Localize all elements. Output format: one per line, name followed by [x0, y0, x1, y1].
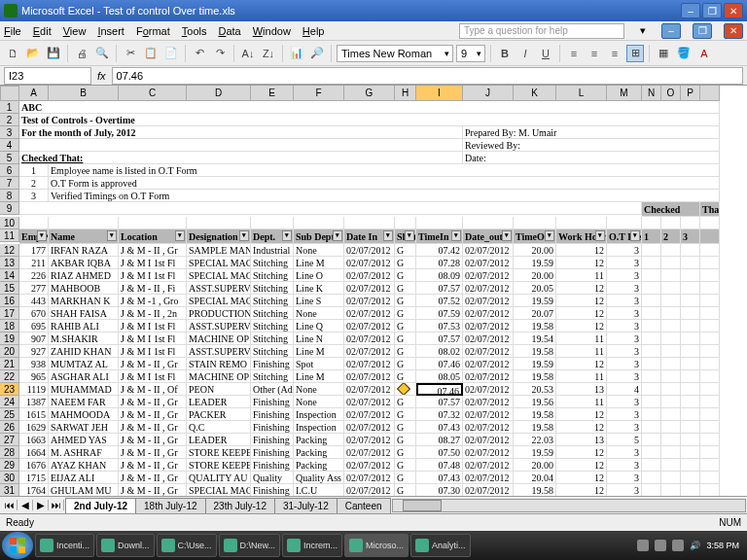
data-cell[interactable]: 02/07/2012	[463, 307, 514, 320]
cell[interactable]	[700, 421, 720, 434]
row-header[interactable]: 14	[0, 269, 19, 282]
data-cell[interactable]: J & M - II , Of	[119, 383, 187, 396]
data-cell[interactable]: 02/07/2012	[463, 358, 514, 370]
column-header-cell[interactable]: Sub Dept▾	[294, 229, 344, 244]
minimize-button[interactable]: –	[681, 3, 700, 18]
redo-button[interactable]: ↷	[211, 45, 229, 62]
data-cell[interactable]: 3	[607, 446, 642, 459]
row-header[interactable]: 28	[0, 446, 19, 459]
cell[interactable]	[681, 408, 700, 421]
cell[interactable]	[661, 434, 681, 446]
col-header[interactable]: C	[119, 86, 187, 101]
data-cell[interactable]: J & M - II , Gr	[119, 421, 187, 434]
cell[interactable]	[661, 421, 681, 434]
cell[interactable]	[661, 295, 681, 307]
data-cell[interactable]: J & M I 1st Fl	[119, 345, 187, 358]
row-header[interactable]: 12	[0, 244, 19, 257]
data-cell[interactable]: 20.00	[514, 459, 556, 472]
cell[interactable]	[681, 269, 700, 282]
column-header-cell[interactable]: 2	[661, 229, 681, 244]
open-button[interactable]: 📂	[24, 45, 42, 62]
data-cell[interactable]: MACHINE OP	[187, 370, 251, 383]
cell[interactable]	[681, 472, 700, 484]
cell[interactable]	[700, 358, 720, 370]
data-cell[interactable]: 07.32	[416, 408, 463, 421]
cell[interactable]	[700, 307, 720, 320]
column-header-cell[interactable]: Name▾	[49, 229, 119, 244]
data-cell[interactable]: 12	[556, 472, 607, 484]
close-button[interactable]: ✕	[724, 3, 743, 18]
row-header[interactable]: 18	[0, 320, 19, 332]
data-cell[interactable]: 443	[19, 295, 49, 307]
data-cell[interactable]: 19.56	[514, 396, 556, 408]
data-cell[interactable]: 08.27	[416, 434, 463, 446]
preview-button[interactable]: 🔍	[93, 45, 111, 62]
data-cell[interactable]: 3	[607, 472, 642, 484]
data-cell[interactable]: 02/07/2012	[344, 358, 395, 370]
smart-tag-icon[interactable]	[397, 383, 410, 396]
data-cell[interactable]: 11	[556, 396, 607, 408]
tab-nav-first[interactable]: ⏮	[2, 500, 18, 510]
row-header[interactable]: 15	[0, 282, 19, 295]
data-cell[interactable]: 12	[556, 421, 607, 434]
data-cell[interactable]: 1387	[19, 396, 49, 408]
data-cell[interactable]: 02/07/2012	[344, 345, 395, 358]
data-cell[interactable]: 07.59	[416, 307, 463, 320]
data-cell[interactable]: 12	[556, 484, 607, 496]
cell[interactable]	[700, 370, 720, 383]
data-cell[interactable]: MAHBOOB	[49, 282, 119, 295]
cell[interactable]	[681, 307, 700, 320]
data-cell[interactable]: 02/07/2012	[463, 345, 514, 358]
cell[interactable]	[642, 459, 661, 472]
cell[interactable]	[642, 434, 661, 446]
data-cell[interactable]: 02/07/2012	[463, 370, 514, 383]
cell[interactable]	[681, 370, 700, 383]
cell[interactable]	[681, 434, 700, 446]
data-cell[interactable]: 3	[607, 396, 642, 408]
tab-nav-prev[interactable]: ◀	[18, 500, 33, 510]
cell[interactable]	[661, 484, 681, 496]
data-cell[interactable]: Line M	[294, 345, 344, 358]
taskbar-item[interactable]: Incenti...	[35, 534, 94, 557]
data-cell[interactable]: 02/07/2012	[344, 472, 395, 484]
cell[interactable]: Checked That:	[19, 152, 463, 164]
data-cell[interactable]: 177	[19, 244, 49, 257]
fill-color-button[interactable]: 🪣	[675, 45, 693, 62]
cell[interactable]	[119, 217, 187, 229]
cell[interactable]	[642, 421, 661, 434]
cell[interactable]	[642, 446, 661, 459]
data-cell[interactable]: 11	[556, 345, 607, 358]
data-cell[interactable]: Line K	[294, 282, 344, 295]
cell[interactable]	[661, 383, 681, 396]
menu-dropdown-icon[interactable]: ▾	[636, 24, 650, 37]
col-header[interactable]: M	[607, 86, 642, 101]
cell[interactable]	[681, 282, 700, 295]
data-cell[interactable]: 02/07/2012	[463, 244, 514, 257]
data-cell[interactable]: J & M - II , Gr	[119, 434, 187, 446]
cell[interactable]	[642, 257, 661, 269]
data-cell[interactable]: 02/07/2012	[463, 484, 514, 496]
cell[interactable]	[642, 370, 661, 383]
data-cell[interactable]: 02/07/2012	[463, 434, 514, 446]
cell[interactable]	[700, 217, 720, 229]
merge-button[interactable]: ⊞	[626, 45, 644, 62]
cell[interactable]	[661, 244, 681, 257]
cell[interactable]	[681, 446, 700, 459]
data-cell[interactable]: 938	[19, 358, 49, 370]
data-cell[interactable]: 1764	[19, 484, 49, 496]
cell[interactable]	[681, 244, 700, 257]
cell[interactable]	[19, 139, 463, 152]
sheet-tab[interactable]: 18th July-12	[135, 498, 205, 513]
data-cell[interactable]: 12	[556, 244, 607, 257]
filter-dropdown[interactable]: ▾	[175, 230, 185, 241]
data-cell[interactable]: 02/07/2012	[344, 446, 395, 459]
data-cell[interactable]: G	[395, 295, 416, 307]
data-cell[interactable]: Line M	[294, 370, 344, 383]
doc-close-button[interactable]: ✕	[724, 23, 743, 39]
doc-minimize-button[interactable]: –	[661, 23, 681, 39]
cell[interactable]	[463, 217, 514, 229]
data-cell[interactable]: 3	[607, 358, 642, 370]
data-cell[interactable]: ASGHAR ALI	[49, 370, 119, 383]
data-cell[interactable]: Finishing	[251, 421, 294, 434]
cell[interactable]	[661, 408, 681, 421]
